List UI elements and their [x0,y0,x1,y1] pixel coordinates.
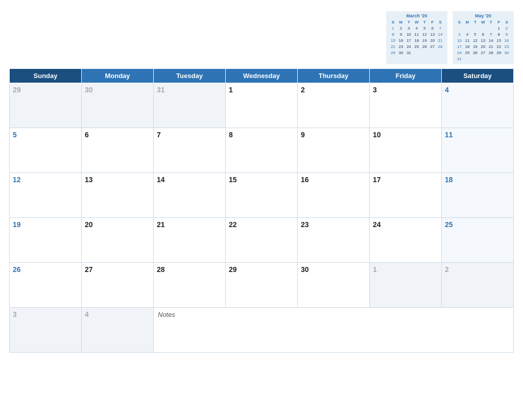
calendar-cell: 23 [298,218,370,263]
calendar-cell: 19 [10,218,82,263]
calendar-cell: 9 [298,128,370,173]
mini-cal-day: 11 [413,32,420,38]
mini-cal-day: 15 [389,38,397,44]
mini-cal-title: May '20 [456,13,511,18]
mini-cal-day: 4 [463,32,471,38]
day-number: 12 [13,176,21,184]
mini-cal-header-day: S [389,19,397,26]
notes-cell: Notes [154,308,514,353]
mini-cal-header-day: S [503,19,511,26]
header: March '20SMTWTFS123456789101112131415161… [9,9,514,64]
mini-cal-header-day: T [421,19,429,26]
day-number: 13 [85,176,93,184]
mini-cal-day: 25 [463,50,471,56]
mini-cal-day: 28 [487,50,495,56]
mini-cal-day: 10 [456,38,463,44]
weekday-header-tuesday: Tuesday [154,69,226,83]
day-number: 25 [445,220,453,229]
mini-cal-day: 18 [463,44,471,50]
mini-cal-day: 6 [479,32,487,38]
day-number: 7 [157,131,161,139]
mini-cal-header-day: T [487,19,495,26]
mini-cal-day [503,56,511,62]
mini-cal-day: 18 [413,38,420,44]
mini-cal-day: 15 [495,38,503,44]
mini-cal-header-day: F [429,19,436,26]
calendar-cell: 28 [154,263,226,308]
calendar-cell: 10 [370,128,442,173]
day-number: 20 [85,220,93,229]
mini-cal-day: 24 [456,50,463,56]
day-number: 17 [373,176,381,184]
calendar-cell: 21 [154,218,226,263]
mini-cal-day: 21 [437,38,444,44]
day-number: 29 [13,86,21,94]
calendar-row: 567891011 [10,128,514,173]
day-number: 30 [85,86,93,94]
calendar-cell: 30 [298,263,370,308]
calendar-cell: 6 [82,128,154,173]
day-number: 11 [445,131,453,139]
calendar-row: 12131415161718 [10,173,514,218]
calendar-cell: 24 [370,218,442,263]
calendar-cell: 26 [10,263,82,308]
mini-cal-day: 25 [413,44,420,50]
mini-cal-day: 6 [429,26,436,32]
day-number: 15 [229,176,237,184]
calendar-cell: 31 [154,83,226,128]
mini-cal-day: 29 [495,50,503,56]
calendar-cell: 22 [226,218,298,263]
day-number: 3 [373,86,377,94]
mini-cal-header-day: T [471,19,479,26]
day-number: 27 [85,265,93,274]
mini-cal-day: 12 [421,32,429,38]
day-number: 4 [85,310,89,318]
calendar-row: 19202122232425 [10,218,514,263]
day-number: 3 [13,310,17,318]
day-number: 1 [373,265,377,274]
mini-cal-day [456,26,463,32]
calendar-row: 2930311234 [10,83,514,128]
mini-cal-day: 31 [405,50,413,56]
mini-cal-header-day: S [456,19,463,26]
main-calendar: SundayMondayTuesdayWednesdayThursdayFrid… [9,68,514,353]
mini-cal-day [479,56,487,62]
mini-cal-day [421,50,429,56]
mini-cal-day: 5 [421,26,429,32]
calendar-cell: 12 [10,173,82,218]
mini-cal-day: 22 [389,44,397,50]
day-number: 2 [301,86,305,94]
mini-cal-day: 23 [397,44,405,50]
mini-cal-day: 12 [471,38,479,44]
mini-cal-day: 30 [397,50,405,56]
mini-cal-day: 20 [479,44,487,50]
day-number: 6 [85,131,89,139]
weekday-header-monday: Monday [82,69,154,83]
calendar-cell: 15 [226,173,298,218]
calendar-cell: 29 [226,263,298,308]
calendar-cell: 17 [370,173,442,218]
mini-cal-day: 9 [397,32,405,38]
day-number: 8 [229,131,233,139]
mini-cal-header-day: M [463,19,471,26]
mini-cal-title: March '20 [389,13,444,18]
mini-cal-day [487,56,495,62]
mini-cal-day: 8 [389,32,397,38]
mini-cal-day: 5 [471,32,479,38]
mini-cal-day: 20 [429,38,436,44]
mini-cal-day: 8 [495,32,503,38]
day-number: 1 [229,86,233,94]
mini-cal-day: 9 [503,32,511,38]
calendar-cell: 2 [442,263,514,308]
weekday-header-sunday: Sunday [10,69,82,83]
mini-cal-day: 7 [437,26,444,32]
day-number: 2 [445,265,449,274]
mini-cal-day: 11 [463,38,471,44]
day-number: 18 [445,176,453,184]
mini-cal-day: 24 [405,44,413,50]
day-number: 16 [301,176,309,184]
mini-cal-grid: SMTWTFS123456789101112131415161718192021… [389,19,444,56]
mini-cal-day: 19 [421,38,429,44]
mini-cal-day [463,56,471,62]
calendar-cell: 1 [226,83,298,128]
